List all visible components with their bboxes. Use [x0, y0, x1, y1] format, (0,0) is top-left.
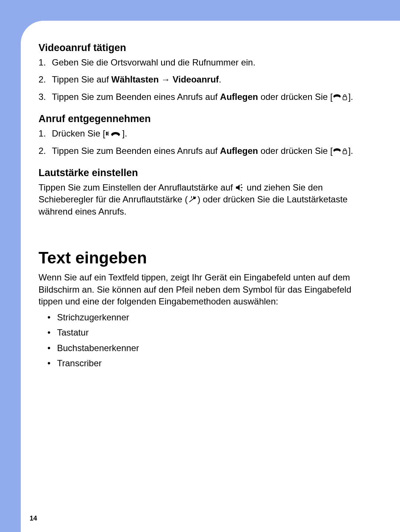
manual-page: Videoanruf tätigen Geben Sie die Ortsvor… — [21, 21, 400, 532]
text: Tippen Sie auf — [52, 74, 111, 84]
text: Tippen Sie zum Einstellen der Anruflauts… — [39, 182, 235, 192]
paragraph-text-eingeben: Wenn Sie auf ein Textfeld tippen, zeigt … — [39, 272, 378, 307]
list-item: Tippen Sie zum Beenden eines Anrufs auf … — [39, 145, 378, 157]
bold-text: Wähltasten — [111, 74, 159, 84]
bold-text: Auflegen — [220, 146, 258, 156]
list-item: Tippen Sie auf Wähltasten → Videoanruf. — [39, 74, 378, 85]
text: Drücken Sie [ — [52, 128, 105, 138]
heading-anruf-entgegennehmen: Anruf entgegennehmen — [39, 113, 378, 125]
list-item: Buchstabenerkenner — [39, 341, 378, 355]
bold-text: Videoanruf — [173, 74, 219, 84]
svg-rect-0 — [343, 97, 347, 100]
text: ]. — [348, 146, 353, 156]
text: Tippen Sie zum Beenden eines Anrufs auf — [52, 92, 220, 102]
text: oder drücken Sie [ — [258, 146, 333, 156]
svg-point-2 — [193, 197, 195, 199]
heading-videoanruf: Videoanruf tätigen — [39, 42, 378, 54]
send-call-icon — [105, 130, 122, 138]
end-call-lock-icon — [333, 94, 348, 101]
speaker-icon — [235, 183, 244, 192]
list-item: Strichzugerkenner — [39, 310, 378, 324]
svg-rect-1 — [343, 151, 347, 154]
volume-slider-icon — [188, 195, 197, 203]
list-videoanruf: Geben Sie die Ortsvorwahl und die Rufnum… — [39, 57, 378, 103]
paragraph-lautstaerke: Tippen Sie zum Einstellen der Anruflauts… — [39, 182, 378, 218]
heading-lautstaerke: Lautstärke einstellen — [39, 167, 378, 179]
text: Tippen Sie zum Beenden eines Anrufs auf — [52, 146, 220, 156]
list-item: Transcriber — [39, 356, 378, 370]
list-item: Drücken Sie []. — [39, 128, 378, 139]
bold-text: Auflegen — [220, 92, 258, 102]
list-item: Geben Sie die Ortsvorwahl und die Rufnum… — [39, 57, 378, 68]
page-number: 14 — [30, 515, 37, 522]
list-eingabemethoden: Strichzugerkenner Tastatur Buchstabenerk… — [39, 310, 378, 370]
heading-text-eingeben: Text eingeben — [39, 249, 378, 267]
text: Geben Sie die Ortsvorwahl und die Rufnum… — [52, 57, 256, 67]
list-item: Tastatur — [39, 326, 378, 339]
text: . — [219, 74, 221, 84]
text: ]. — [348, 92, 353, 102]
list-anruf: Drücken Sie []. Tippen Sie zum Beenden e… — [39, 128, 378, 157]
list-item: Tippen Sie zum Beenden eines Anrufs auf … — [39, 91, 378, 103]
arrow-icon: → — [159, 74, 173, 84]
text: oder drücken Sie [ — [258, 92, 333, 102]
end-call-lock-icon — [333, 148, 348, 155]
text: ]. — [122, 128, 127, 138]
